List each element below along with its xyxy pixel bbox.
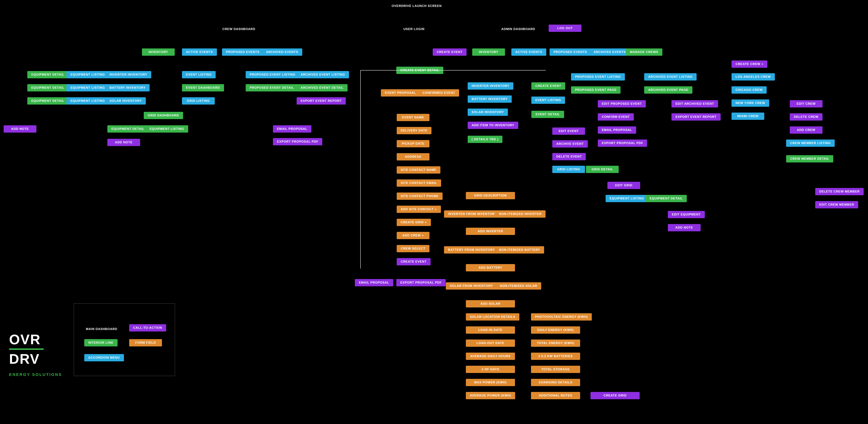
equipment-detail-link[interactable]: EQUIPMENT DETAIL xyxy=(27,97,68,105)
add-site-contact-button[interactable]: ADD SITE CONTACT + xyxy=(397,206,441,213)
equipment-listing-menu[interactable]: EQUIPMENT LISTING xyxy=(66,97,109,105)
create-grid-plus-button[interactable]: CREATE GRID + xyxy=(397,219,431,226)
add-inverter-button[interactable]: ADD INVERTER xyxy=(466,228,515,235)
miami-crew-menu[interactable]: MIAMI CREW xyxy=(732,113,764,120)
equipment-listing-link[interactable]: EQUIPMENT LISTING xyxy=(146,125,188,133)
log-out-button[interactable]: LOG OUT xyxy=(549,25,581,32)
export-event-report-button[interactable]: EXPORT EVENT REPORT xyxy=(672,113,721,120)
equipment-detail-link[interactable]: EQUIPMENT DETAIL xyxy=(27,84,68,91)
add-crew-button[interactable]: ADD CREW xyxy=(790,126,823,134)
delete-event-button[interactable]: DELETE EVENT xyxy=(552,153,586,160)
archived-event-page-link[interactable]: ARCHIVED EVENT PAGE xyxy=(644,86,692,94)
edit-crew-button[interactable]: EDIT CREW xyxy=(790,100,823,108)
export-proposal-pdf-button[interactable]: EXPORT PROPOSAL PDF xyxy=(396,279,446,286)
add-solar-button[interactable]: ADD SOLAR xyxy=(466,300,515,307)
edit-equipment-button[interactable]: EDIT EQUIPMENT xyxy=(668,211,705,218)
create-event-detail-link[interactable]: CREATE EVENT DETAIL xyxy=(396,67,443,74)
non-itemized-inverter-field[interactable]: NON-ITEMIZED INVERTER xyxy=(495,210,546,218)
export-proposal-pdf-button[interactable]: EXPORT PROPOSAL PDF xyxy=(598,140,647,147)
archived-event-listing-menu[interactable]: ARCHIVED EVENT LISTING xyxy=(644,73,696,81)
proposed-events-menu[interactable]: PROPOSED EVENTS xyxy=(222,49,264,56)
delete-crew-button[interactable]: DELETE CREW xyxy=(790,113,823,120)
archived-events-menu[interactable]: ARCHIVED EVENTS xyxy=(262,49,302,56)
inventory-link[interactable]: INVENTORY xyxy=(472,49,505,56)
edit-event-button[interactable]: EDIT EVENT xyxy=(552,128,585,135)
avg-power-field[interactable]: AVERAGE POWER (KWH) xyxy=(466,392,515,399)
event-detail-link[interactable]: EVENT DETAIL xyxy=(531,111,564,118)
archived-event-listing-menu[interactable]: ARCHIVED EVENT LISTING xyxy=(297,71,349,78)
active-events-menu[interactable]: ACTIVE EVENTS xyxy=(182,49,217,56)
solar-from-inventory-field[interactable]: SOLAR FROM INVENTORY xyxy=(446,282,497,290)
total-storage-field[interactable]: TOTAL STORAGE xyxy=(531,366,580,373)
battery-inventory-menu[interactable]: BATTERY INVENTORY xyxy=(105,84,150,91)
add-note-button[interactable]: ADD NOTE xyxy=(4,125,36,133)
admin-dashboard[interactable]: ADMIN DASHBOARD xyxy=(497,26,539,33)
num-days-field[interactable]: # OF DAYS xyxy=(466,366,515,373)
charging-details-field[interactable]: CHARGING DETAILS xyxy=(531,379,580,386)
proposed-event-listing-menu[interactable]: PROPOSED EVENT LISTING xyxy=(571,73,625,81)
grid-listing-menu[interactable]: GRID LISTING xyxy=(182,97,215,105)
pickup-date-field[interactable]: PICKUP DATE xyxy=(397,140,429,147)
add-battery-button[interactable]: ADD BATTERY xyxy=(466,264,515,272)
total-energy-field[interactable]: TOTAL ENERGY (KWH) xyxy=(531,339,580,347)
delivery-date-field[interactable]: DELIVERY DATE xyxy=(397,127,431,134)
solar-inventory-menu[interactable]: SOLAR INVENTORY xyxy=(105,97,146,105)
equipment-listing-menu[interactable]: EQUIPMENT LISTING xyxy=(606,195,648,202)
equipment-detail-link[interactable]: EQUIPMENT DETAIL xyxy=(27,71,68,78)
archive-event-button[interactable]: ARCHIVE EVENT xyxy=(552,140,588,147)
add-item-inventory-button[interactable]: ADD ITEM TO INVENTORY xyxy=(468,122,518,129)
confirmed-event-field[interactable]: CONFIRMED EVENT xyxy=(418,89,459,96)
equipment-detail-link[interactable]: EQUIPMENT DETAIL xyxy=(107,125,149,133)
inverter-from-inventory-field[interactable]: INVERTER FROM INVENTORY xyxy=(444,210,501,218)
edit-proposed-event-button[interactable]: EDIT PROPOSED EVENT xyxy=(598,100,646,108)
load-in-date-field[interactable]: LOAD-IN DATE xyxy=(466,327,515,334)
archived-event-detail-link[interactable]: ARCHIVED EVENT DETAIL xyxy=(297,84,347,91)
edit-crew-member-button[interactable]: EDIT CREW MEMBER xyxy=(815,201,858,208)
edit-archived-event-button[interactable]: EDIT ARCHIVED EVENT xyxy=(672,100,718,108)
solar-location-details-field[interactable]: SOLAR LOCATION DETAILS xyxy=(466,313,519,320)
active-events-menu[interactable]: ACTIVE EVENTS xyxy=(512,49,546,56)
pv-energy-field[interactable]: PHOTOVOLTAIC ENERGY (KWH) xyxy=(531,313,592,320)
inverter-inventory-menu[interactable]: INVERTER INVENTORY xyxy=(105,71,151,78)
non-itemized-solar-field[interactable]: NON-ITEMIZED SOLAR xyxy=(496,282,541,290)
grid-dashboard-link[interactable]: GRID DASHBOARD xyxy=(144,112,183,119)
grid-listing-menu[interactable]: GRID LISTING xyxy=(552,166,585,173)
delete-crew-member-button[interactable]: DELETE CREW MEMBER xyxy=(815,188,864,195)
grid-detail-link[interactable]: GRID DETAIL xyxy=(586,166,619,173)
email-proposal-button[interactable]: EMAIL PROPOSAL xyxy=(598,126,636,134)
grid-description-field[interactable]: GRID DESCRIPTION xyxy=(466,192,515,199)
battery-inventory-menu[interactable]: BATTERY INVENTORY xyxy=(468,95,512,103)
proposed-event-listing-menu[interactable]: PROPOSED EVENT LISTING xyxy=(246,71,300,78)
avg-daily-hours-field[interactable]: AVERAGE DAILY HOURS xyxy=(466,352,515,360)
inventory-link[interactable]: INVENTORY xyxy=(142,49,175,56)
event-listing-menu[interactable]: EVENT LISTING xyxy=(531,96,565,104)
load-out-date-field[interactable]: LOAD-OUT DATE xyxy=(466,339,515,347)
event-name-field[interactable]: EVENT NAME xyxy=(397,114,429,121)
event-listing-menu[interactable]: EVENT LISTING xyxy=(182,71,216,78)
proposed-events-menu[interactable]: PROPOSED EVENTS xyxy=(550,49,591,56)
daily-energy-field[interactable]: DAILY ENERGY (KWH) xyxy=(531,327,580,334)
max-power-field[interactable]: MAX POWER (KWH) xyxy=(466,379,515,386)
inverter-inventory-menu[interactable]: INVERTER INVENTORY xyxy=(468,82,513,90)
export-proposal-pdf-button[interactable]: EXPORT PROPOSAL PDF xyxy=(273,138,322,145)
create-event-button[interactable]: CREATE EVENT xyxy=(433,49,467,56)
ny-crew-menu[interactable]: NEW YORK CREW xyxy=(732,100,769,107)
non-itemized-battery-field[interactable]: NON-ITEMIZED BATTERY xyxy=(495,246,544,254)
event-dashboard-link[interactable]: EVENT DASHBOARD xyxy=(182,84,224,91)
crew-member-listing-menu[interactable]: CREW MEMBER LISTING xyxy=(786,140,835,147)
create-crew-button[interactable]: CREATE CREW + xyxy=(732,60,767,68)
event-proposal-field[interactable]: EVENT PROPOSAL xyxy=(381,89,420,96)
export-event-report-button[interactable]: EXPORT EVENT REPORT xyxy=(297,97,346,105)
create-event-link[interactable]: CREATE EVENT xyxy=(531,82,565,90)
create-event-button[interactable]: CREATE EVENT xyxy=(397,258,431,265)
battery-from-inventory-field[interactable]: BATTERY FROM INVENTORY xyxy=(444,246,499,254)
user-login[interactable]: USER LOGIN xyxy=(398,26,430,33)
chicago-crew-menu[interactable]: CHICAGO CREW xyxy=(732,86,767,94)
confirm-event-button[interactable]: CONFIRM EVENT xyxy=(598,113,634,120)
crew-dashboard[interactable]: CREW DASHBOARD xyxy=(218,26,259,33)
crew-member-detail-link[interactable]: CREW MEMBER DETAIL xyxy=(786,155,833,163)
site-contact-phone-field[interactable]: SITE CONTACT PHONE xyxy=(397,193,442,200)
manage-crews-link[interactable]: MANAGE CREWS xyxy=(626,49,662,56)
add-note-button[interactable]: ADD NOTE xyxy=(668,224,701,231)
create-grid-button[interactable]: CREATE GRID xyxy=(590,392,640,399)
